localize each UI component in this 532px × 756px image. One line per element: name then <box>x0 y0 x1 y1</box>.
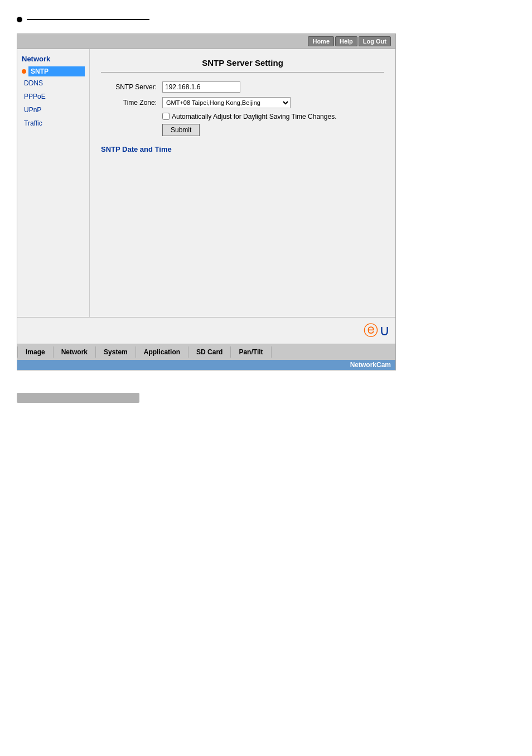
bottom-bar <box>17 393 139 403</box>
nav-item-pantilt[interactable]: Pan/Tilt <box>231 346 271 358</box>
main-frame: Home Help Log Out Network SNTP DDNS PPPo… <box>17 33 396 370</box>
sntp-date-label: SNTP Date and Time <box>101 145 172 153</box>
bottom-logo-area: ⓔ ∪ <box>17 317 395 344</box>
bottom-section <box>17 393 515 403</box>
brand-name: NetworkCam <box>350 361 391 369</box>
top-bar: Home Help Log Out <box>17 34 395 49</box>
auto-adjust-row: Automatically Adjust for Daylight Saving… <box>162 113 384 121</box>
time-zone-label: Time Zone: <box>101 99 162 107</box>
sidebar-item-ddns[interactable]: DDNS <box>22 78 45 88</box>
bullet-dot <box>17 17 22 22</box>
sidebar-pppoe-wrapper: PPPoE <box>22 92 85 103</box>
sidebar-item-traffic[interactable]: Traffic <box>22 118 45 128</box>
sntp-date-section: SNTP Date and Time <box>101 145 384 153</box>
brand-bar: NetworkCam <box>17 360 395 370</box>
nav-item-application[interactable]: Application <box>136 346 188 358</box>
sntp-server-row: SNTP Server: <box>101 81 384 93</box>
bullet-line <box>17 17 515 22</box>
submit-button[interactable]: Submit <box>162 124 200 136</box>
page-wrapper: Home Help Log Out Network SNTP DDNS PPPo… <box>0 0 532 414</box>
auto-adjust-label: Automatically Adjust for Daylight Saving… <box>172 113 336 121</box>
help-button[interactable]: Help <box>335 36 357 46</box>
sntp-server-label: SNTP Server: <box>101 83 162 91</box>
main-content: SNTP Server Setting SNTP Server: Time Zo… <box>90 49 395 317</box>
content-area: Network SNTP DDNS PPPoE UPnP Traffic <box>17 49 395 317</box>
nav-item-system[interactable]: System <box>96 346 136 358</box>
auto-adjust-checkbox[interactable] <box>162 113 170 120</box>
sidebar-section-title: Network <box>22 55 85 63</box>
sidebar-item-pppoe[interactable]: PPPoE <box>22 92 48 102</box>
sidebar-bullet-icon <box>22 69 26 74</box>
nav-item-network[interactable]: Network <box>54 346 96 358</box>
sidebar-ddns-wrapper: DDNS <box>22 78 85 90</box>
home-button[interactable]: Home <box>308 36 334 46</box>
sidebar: Network SNTP DDNS PPPoE UPnP Traffic <box>17 49 90 317</box>
sidebar-sntp-wrapper: SNTP <box>22 66 85 76</box>
sntp-server-input[interactable] <box>162 81 240 93</box>
time-zone-row: Time Zone: GMT+08 Taipei,Hong Kong,Beiji… <box>101 97 384 108</box>
nav-bar: Image Network System Application SD Card… <box>17 344 395 360</box>
bullet-underline <box>27 19 149 20</box>
sidebar-item-sntp[interactable]: SNTP <box>28 66 85 76</box>
submit-row: Submit <box>162 124 384 136</box>
logo-circle-icon: ⓔ <box>364 321 378 340</box>
nav-item-sdcard[interactable]: SD Card <box>188 346 231 358</box>
logout-button[interactable]: Log Out <box>359 36 391 46</box>
sidebar-item-upnp[interactable]: UPnP <box>22 105 43 115</box>
page-title: SNTP Server Setting <box>101 58 384 73</box>
sidebar-upnp-wrapper: UPnP <box>22 105 85 117</box>
nav-item-image[interactable]: Image <box>17 346 54 358</box>
sidebar-traffic-wrapper: Traffic <box>22 118 85 130</box>
logo-u-icon: ∪ <box>379 322 390 339</box>
time-zone-select[interactable]: GMT+08 Taipei,Hong Kong,Beijing <box>162 97 291 108</box>
